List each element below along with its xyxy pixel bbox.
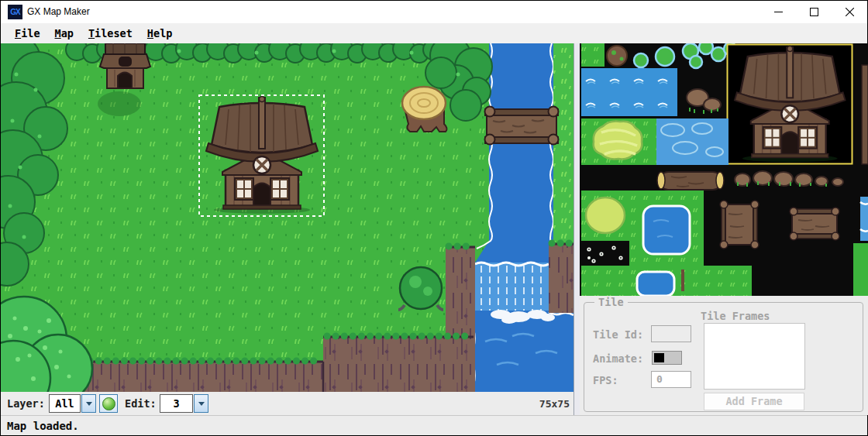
fps-label: FPS:: [593, 374, 618, 386]
menu-help[interactable]: Help: [146, 26, 174, 40]
maximize-button[interactable]: [796, 1, 832, 23]
edit-combobox[interactable]: 3: [160, 394, 208, 413]
map-size-label: 75x75: [539, 398, 570, 410]
minimize-icon: [774, 8, 783, 16]
chevron-down-icon: [198, 402, 205, 406]
tileset-viewport[interactable]: [580, 43, 868, 296]
tile-id-label: Tile Id:: [593, 328, 643, 341]
small-house-sprite: [100, 43, 150, 88]
close-icon: [846, 8, 854, 16]
fps-input[interactable]: 0: [651, 371, 691, 388]
layer-combobox-arrow[interactable]: [81, 394, 96, 413]
tileset-canvas[interactable]: [580, 43, 868, 296]
bridge-sprite: [485, 107, 559, 145]
map-viewport[interactable]: [1, 43, 574, 392]
menu-map[interactable]: Map: [53, 26, 75, 40]
add-layer-button[interactable]: [99, 394, 118, 413]
minimize-button[interactable]: [760, 1, 796, 23]
tile-id-input[interactable]: [651, 325, 691, 342]
tile-groupbox: Tile Tile Id: Animate: FPS: 0 Tile Frame…: [584, 302, 863, 412]
tile-panel: Tile Tile Id: Animate: FPS: 0 Tile Frame…: [580, 296, 868, 415]
selected-tile[interactable]: [728, 45, 852, 164]
tree-stump: [402, 87, 447, 132]
status-text: Map loaded.: [7, 420, 79, 432]
title-bar: GX GX Map Maker: [1, 1, 867, 23]
chevron-down-icon: [86, 402, 92, 406]
edit-label: Edit:: [125, 397, 157, 410]
house-shadow: [98, 91, 141, 116]
app-window: GX GX Map Maker File Map Tileset Help: [0, 0, 868, 436]
edit-combobox-value: 3: [160, 394, 193, 413]
tile-group-title: Tile: [594, 296, 628, 308]
animate-checkbox[interactable]: [652, 351, 682, 365]
map-canvas[interactable]: [1, 43, 574, 392]
app-icon: GX: [8, 5, 22, 19]
green-orb-icon: [102, 397, 115, 410]
tile-frames-label: Tile Frames: [701, 310, 770, 322]
layer-label: Layer:: [7, 397, 45, 410]
close-button[interactable]: [832, 1, 867, 23]
layer-combobox[interactable]: All: [49, 394, 96, 413]
panel-separator: [574, 43, 580, 415]
menu-bar: File Map Tileset Help: [1, 23, 867, 43]
bottom-toolbar: Layer: All Edit: 3 75x75: [1, 392, 574, 415]
menu-tileset[interactable]: Tileset: [87, 26, 134, 40]
status-bar: Map loaded.: [1, 415, 867, 435]
window-title: GX Map Maker: [27, 6, 90, 17]
animate-checkbox-mark: [654, 353, 664, 362]
edit-combobox-arrow[interactable]: [194, 394, 208, 413]
add-frame-button[interactable]: Add Frame: [704, 393, 804, 410]
menu-file[interactable]: File: [13, 26, 42, 40]
tile-frames-list[interactable]: [704, 323, 805, 390]
maximize-icon: [810, 8, 818, 16]
animate-label: Animate:: [593, 352, 643, 365]
layer-combobox-value: All: [49, 394, 81, 413]
